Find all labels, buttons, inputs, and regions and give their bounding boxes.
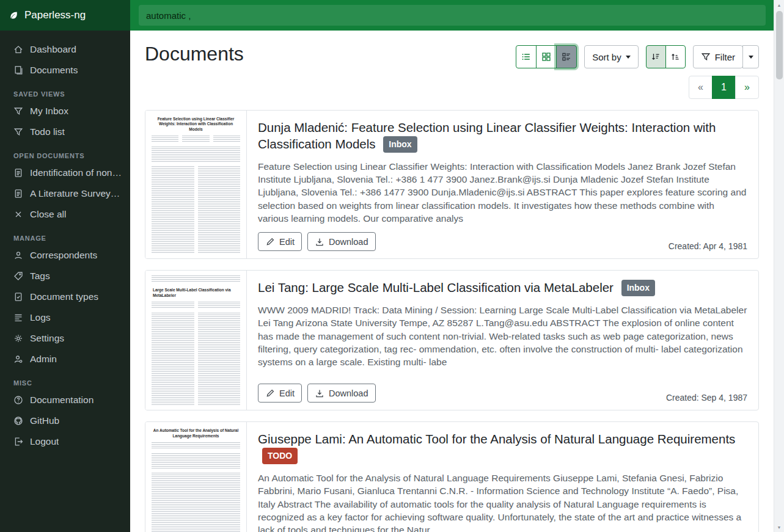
document-excerpt: Feature Selection using Linear Classifie… [258,160,747,225]
sidebar-item-label: Dashboard [30,44,76,55]
sidebar-item-tags[interactable]: Tags [0,266,130,286]
sidebar-item-close-all[interactable]: Close all [0,204,130,225]
sidebar-item-open-doc-2[interactable]: A Literature Survey on ... [0,183,130,204]
brand[interactable]: Paperless-ng [0,0,130,31]
tag-badge-inbox[interactable]: Inbox [621,280,655,296]
sidebar-item-admin[interactable]: Admin [0,349,130,370]
created-date: Created: Apr 4, 1981 [669,241,747,251]
download-label: Download [329,237,368,247]
document-actions: Edit Download [258,232,376,251]
sidebar-item-documents[interactable]: Documents [0,60,130,81]
sidebar-item-logout[interactable]: Logout [0,431,130,452]
thumbnail-text-lines [152,136,240,143]
filter-dropdown-toggle[interactable] [742,45,759,68]
page-1-button[interactable]: 1 [712,76,736,99]
document-title[interactable]: Giuseppe Lami: An Automatic Tool for the… [258,431,747,465]
sidebar-item-settings[interactable]: Settings [0,328,130,349]
scroll-down-arrow[interactable]: ▼ [774,522,784,532]
document-title[interactable]: Lei Tang: Large Scale Multi-Label Classi… [258,279,747,297]
document-card: Large Scale Multi-Label Classification v… [145,270,759,410]
view-list-button[interactable] [516,45,537,68]
page-title: Documents [145,43,244,65]
edit-button[interactable]: Edit [258,232,302,251]
sort-descending-button[interactable] [646,45,666,68]
vertical-scrollbar[interactable]: ▲ ▼ [774,0,784,532]
sidebar-item-logs[interactable]: Logs [0,307,130,328]
thumbnail-text-lines [152,302,240,309]
topbar [130,0,774,31]
sidebar-item-label: Admin [30,354,57,365]
details-icon [562,52,571,62]
sidebar-item-todo-list[interactable]: Todo list [0,122,130,142]
sidebar-item-documentation[interactable]: Documentation [0,390,130,410]
thumbnail-paper: Feature Selection using Linear Classifie… [152,115,240,253]
sidebar-item-document-types[interactable]: Document types [0,286,130,307]
document-thumbnail[interactable]: An Automatic Tool for the Analysis of Na… [145,422,247,532]
sidebar-section-manage: MANAGE [0,225,130,245]
filter-button[interactable]: Filter [693,45,743,68]
funnel-icon [701,52,711,62]
download-button[interactable]: Download [307,384,376,403]
sidebar-item-label: Tags [30,271,50,282]
page-header: Documents [145,43,759,68]
house-icon [13,45,23,54]
leaf-icon [9,10,18,20]
view-grid-button[interactable] [536,45,557,68]
document-card-body: Giuseppe Lami: An Automatic Tool for the… [247,422,758,532]
sidebar-item-label: Documents [30,65,78,76]
tag-badge-todo[interactable]: TODO [262,448,298,464]
brand-label: Paperless-ng [24,9,86,21]
document-card-footer: Edit Download Created: Apr 4, 1981 [258,232,747,251]
document-title[interactable]: Dunja Mladenić: Feature Selection using … [258,119,747,154]
sort-direction-group [646,45,686,68]
box-arrow-right-icon [13,437,23,446]
sidebar: Paperless-ng Dashboard Documents SAVED V… [0,0,130,532]
sidebar-section-saved-views: SAVED VIEWS [0,81,130,101]
sidebar-item-correspondents[interactable]: Correspondents [0,245,130,266]
scrollbar-thumb[interactable] [776,11,783,79]
sidebar-item-github[interactable]: GitHub [0,410,130,431]
document-controls: Sort by [516,45,759,68]
thumbnail-text-lines [152,442,240,450]
scroll-up-arrow[interactable]: ▲ [774,0,784,10]
document-title-text[interactable]: Dunja Mladenić: Feature Selection using … [258,120,716,151]
page-prev-button[interactable]: « [689,76,713,99]
sort-ascending-button[interactable] [665,45,686,68]
document-title-text[interactable]: Lei Tang: Large Scale Multi-Label Classi… [258,280,614,294]
edit-label: Edit [279,388,295,398]
document-card: Feature Selection using Linear Classifie… [145,110,759,259]
sidebar-item-label: Document types [30,291,98,302]
x-icon [13,210,23,219]
tag-icon [13,271,23,281]
document-thumbnail[interactable]: Feature Selection using Linear Classifie… [145,111,247,258]
filter-group: Filter [693,45,759,68]
document-card: An Automatic Tool for the Analysis of Na… [145,421,759,532]
thumbnail-text-lines [152,473,240,532]
sidebar-section-open-documents: OPEN DOCUMENTS [0,142,130,162]
edit-button[interactable]: Edit [258,384,302,403]
view-details-button[interactable] [556,45,577,68]
sidebar-item-dashboard[interactable]: Dashboard [0,39,130,60]
sidebar-item-label: Correspondents [30,250,97,261]
document-title-text[interactable]: Giuseppe Lami: An Automatic Tool for the… [258,432,735,446]
tag-badge-inbox[interactable]: Inbox [383,136,417,152]
sidebar-item-label: Settings [30,333,64,344]
sort-by-dropdown[interactable]: Sort by [584,45,639,68]
file-text-icon [13,168,23,178]
page-next-button[interactable]: » [735,76,759,99]
sidebar-item-label: Logs [30,312,51,323]
download-button[interactable]: Download [307,232,376,251]
caret-down-icon [626,56,631,59]
sort-up-icon [670,52,680,62]
download-icon [315,388,324,398]
sidebar-item-open-doc-1[interactable]: Identification of non-fu... [0,162,130,183]
document-thumbnail[interactable]: Large Scale Multi-Label Classification v… [145,271,247,410]
file-text-icon [13,189,23,199]
sidebar-nav: Dashboard Documents SAVED VIEWS My Inbox… [0,31,130,452]
document-card-body: Lei Tang: Large Scale Multi-Label Classi… [247,271,758,410]
thumbnail-title: Large Scale Multi-Label Classification v… [153,288,239,298]
sort-by-label: Sort by [592,52,621,62]
sidebar-item-my-inbox[interactable]: My Inbox [0,101,130,122]
pencil-icon [265,388,275,398]
search-input[interactable] [139,5,766,26]
